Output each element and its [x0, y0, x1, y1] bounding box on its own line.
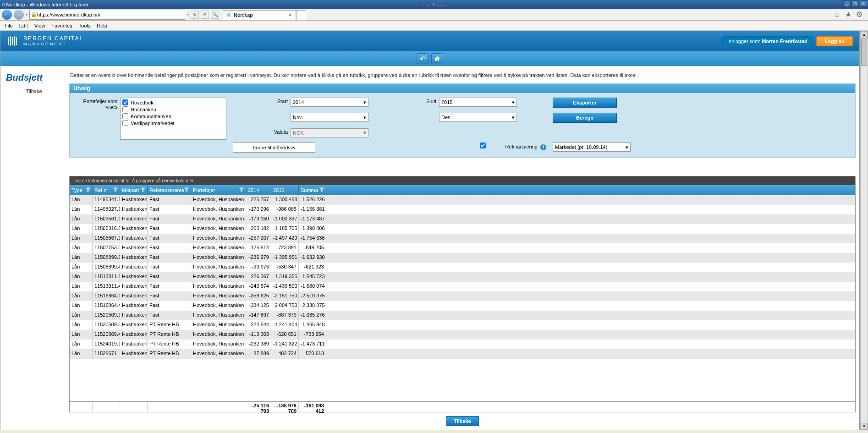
logoff-button[interactable]: Logg av — [816, 36, 853, 46]
scroll-up-icon[interactable]: ▲ — [861, 31, 868, 38]
menu-edit[interactable]: Edit — [16, 22, 31, 29]
titlebar-grip-icon: ::::: + ::::: — [423, 2, 445, 7]
portfolio-option[interactable]: Verdipapirmarkedet — [121, 120, 225, 126]
forward-button[interactable]: → — [14, 10, 24, 20]
portfolio-option[interactable]: Kommunalbanken — [121, 113, 225, 120]
portfolio-option[interactable]: Hovedbok — [121, 99, 225, 106]
grid-footer: -25 116 703 -135 976 709 -161 093 412 — [70, 401, 855, 411]
data-grid: Dra en kolonnerubrikk hit for å gruppere… — [69, 176, 856, 412]
back-button[interactable]: ← — [2, 10, 12, 20]
start-month-select[interactable]: Nov▾ — [291, 113, 368, 122]
start-year-select[interactable]: 2014▾ — [291, 98, 368, 107]
new-tab-button[interactable] — [296, 10, 306, 20]
table-row[interactable]: Lån11507753.20HusbankenFastHovedbok, Hus… — [70, 243, 855, 253]
menu-favorites[interactable]: Favorites — [49, 22, 75, 29]
portfolio-option[interactable]: Husbanken — [121, 106, 225, 113]
tab-close-icon[interactable]: ✕ — [288, 12, 292, 17]
table-row[interactable]: Lån11513011.10HusbankenFastHovedbok, Hus… — [70, 272, 855, 282]
grid-body[interactable]: Lån11495341.10HusbankenFastHovedbok, Hus… — [70, 195, 855, 401]
col-summa[interactable]: Summa — [299, 185, 326, 195]
table-row[interactable]: Lån11520509.10HusbankenFastHovedbok, Hus… — [70, 311, 855, 320]
scroll-down-icon[interactable]: ▼ — [861, 423, 868, 430]
filter-icon[interactable] — [85, 187, 91, 192]
sidebar-back-link[interactable]: Tilbake — [4, 86, 64, 97]
portfolio-checkbox[interactable] — [122, 99, 128, 105]
info-icon[interactable]: i — [540, 144, 546, 150]
svg-rect-4 — [16, 37, 17, 45]
tools-icon[interactable]: ⚙ — [855, 11, 863, 19]
slutt-month-select[interactable]: Des▾ — [439, 113, 517, 122]
menu-tools[interactable]: Tools — [76, 22, 93, 29]
home-icon[interactable]: ⌂ — [833, 11, 841, 19]
refi-checkbox[interactable] — [480, 143, 486, 148]
portfolios-listbox[interactable]: HovedbokHusbankenKommunalbankenVerdipapi… — [120, 98, 226, 140]
table-row[interactable]: Lån11513011.40HusbankenFastHovedbok, Hus… — [70, 282, 855, 291]
table-row[interactable]: Lån11505316.20HusbankenFastHovedbok, Hus… — [70, 224, 855, 234]
column-header-row: Type Ref.nr Motpart Referanserente Porte… — [70, 185, 855, 195]
url-dropdown-icon[interactable]: ▾ — [187, 12, 189, 16]
url-input[interactable] — [37, 12, 184, 17]
table-row[interactable]: Lån11508899.40HusbankenFastHovedbok, Hus… — [70, 263, 855, 272]
maximize-button[interactable]: □ — [852, 0, 859, 7]
eksporter-button[interactable]: Eksporter — [553, 98, 617, 108]
table-row[interactable]: Lån11495341.10HusbankenFastHovedbok, Hus… — [70, 195, 855, 205]
portfolio-checkbox[interactable] — [122, 106, 128, 112]
beregn-button[interactable]: Beregn — [553, 113, 617, 123]
col-referanserente[interactable]: Referanserente — [148, 185, 191, 195]
col-ref[interactable]: Ref.nr — [93, 185, 120, 195]
table-row[interactable]: Lån11516864.10HusbankenFastHovedbok, Hus… — [70, 291, 855, 301]
close-button[interactable]: ✕ — [860, 0, 867, 7]
slutt-year-select[interactable]: 2015▾ — [439, 98, 517, 107]
page-scrollbar[interactable]: ▲ ▼ — [860, 31, 868, 430]
table-row[interactable]: Lån11524019.10HusbankenPT Rente HBHovedb… — [70, 340, 855, 349]
stop-button[interactable]: ✕ — [201, 11, 209, 19]
refi-label: Refinansiering — [505, 144, 538, 149]
browser-menubar: File Edit View Favorites Tools Help — [0, 21, 868, 31]
col-2014[interactable]: 2014 — [246, 185, 271, 195]
table-row[interactable]: Lån11528671HusbankenPT Rente HBHovedbok,… — [70, 349, 855, 359]
col-portefojer[interactable]: Porteføjer — [191, 185, 246, 195]
col-motpart[interactable]: Motpart — [120, 185, 148, 195]
bottom-back-button[interactable]: Tilbake — [446, 416, 479, 426]
portfolio-checkbox[interactable] — [122, 120, 128, 126]
portfolios-label: Porteføljer som vises — [75, 98, 117, 110]
app-header: BERGEN CAPITAL MANAGEMENT Innlogget som:… — [0, 31, 859, 51]
address-bar[interactable]: 🔒 — [29, 10, 185, 20]
filter-icon[interactable] — [319, 187, 324, 192]
table-row[interactable]: Lån11520509.30HusbankenPT Rente HBHovedb… — [70, 320, 855, 330]
nav-back-button[interactable]: ↶ — [417, 53, 429, 64]
col-2015[interactable]: 2015 — [271, 185, 299, 195]
table-row[interactable]: Lån11498027.10HusbankenFastHovedbok, Hus… — [70, 205, 855, 214]
col-spacer — [326, 185, 855, 195]
menu-help[interactable]: Help — [94, 22, 110, 29]
table-row[interactable]: Lån11508899.10HusbankenFastHovedbok, Hus… — [70, 253, 855, 263]
minimize-button[interactable]: _ — [843, 0, 851, 7]
home-icon — [434, 55, 440, 62]
filter-icon[interactable] — [140, 187, 146, 192]
group-by-bar[interactable]: Dra en kolonnerubrikk hit for å gruppere… — [70, 176, 855, 185]
filter-icon[interactable] — [184, 187, 189, 192]
table-row[interactable]: Lån11505867.10HusbankenFastHovedbok, Hus… — [70, 234, 855, 243]
favorites-icon[interactable]: ★ — [844, 11, 852, 19]
menu-view[interactable]: View — [32, 22, 48, 29]
col-type[interactable]: Type — [70, 185, 93, 195]
search-button[interactable]: 🔍 — [211, 11, 219, 19]
portfolio-checkbox[interactable] — [122, 113, 128, 119]
scrollbar-thumb[interactable] — [861, 38, 867, 66]
nav-home-button[interactable] — [431, 53, 443, 64]
valuta-select[interactable]: NOK▾ — [291, 128, 368, 137]
brand-line2: MANAGEMENT — [23, 42, 83, 47]
table-row[interactable]: Lån11520509.40HusbankenPT Rente HBHovedb… — [70, 330, 855, 340]
refresh-button[interactable]: ↻ — [191, 11, 199, 19]
table-row[interactable]: Lån11516864.40HusbankenFastHovedbok, Hus… — [70, 301, 855, 311]
app-frame: BERGEN CAPITAL MANAGEMENT Innlogget som:… — [0, 31, 860, 430]
history-dropdown-icon[interactable]: ▾ — [26, 12, 27, 16]
filter-icon[interactable] — [239, 187, 244, 192]
refi-select[interactable]: Markedet (pr. 18.09.14)▾ — [553, 143, 631, 152]
browser-tab[interactable]: ◎ Nordkap ✕ — [223, 10, 296, 20]
filter-icon[interactable] — [113, 187, 118, 192]
monthly-toggle-button[interactable]: Endre til månedsvy — [233, 143, 315, 153]
svg-rect-0 — [8, 37, 9, 45]
menu-file[interactable]: File — [2, 22, 16, 29]
table-row[interactable]: Lån11503561.10HusbankenFastHovedbok, Hus… — [70, 214, 855, 224]
